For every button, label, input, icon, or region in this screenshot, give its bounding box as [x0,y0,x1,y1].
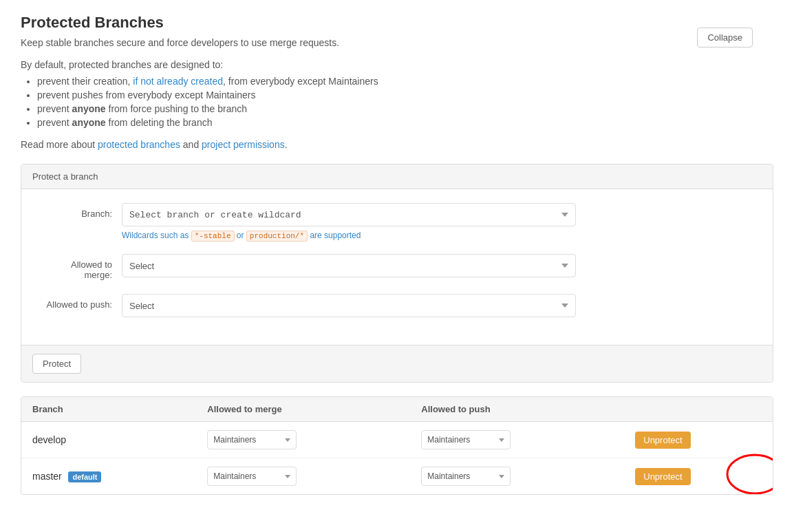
col-header-push: Allowed to push [410,397,624,422]
push-select-develop[interactable]: Maintainers [421,430,511,449]
wildcard-hint: Wildcards such as *-stable or production… [122,231,762,240]
wildcard-suffix: are supported [308,231,361,240]
if-not-created-link[interactable]: if not already created [133,76,223,87]
merge-label: Allowed tomerge: [32,254,122,280]
branches-table: Branch Allowed to merge Allowed to push … [21,397,773,494]
wildcard-code2: production/* [246,231,308,242]
panel-body: Branch: Select branch or create wildcard… [21,189,773,345]
push-form-group: Allowed to push: Select [32,294,762,317]
svg-point-0 [727,455,773,493]
merge-select[interactable]: Select [122,254,576,277]
bullet-item-2: prevent pushes from everybody except Mai… [37,89,773,100]
branch-cell-master: master default [21,458,196,495]
col-header-actions [624,397,773,422]
merge-form-group: Allowed tomerge: Select [32,254,762,280]
branch-cell-develop: develop [21,422,196,458]
merge-control-wrap: Select [122,254,762,277]
table-body: develop Maintainers Maintainers Unprotec… [21,422,773,495]
branch-label: Branch: [32,203,122,219]
bullet-item-1: prevent their creation, if not already c… [37,76,773,87]
project-permissions-link[interactable]: project permissions [202,139,285,150]
col-header-merge: Allowed to merge [196,397,410,422]
unprotect-button-master[interactable]: Unprotect [635,468,690,485]
protect-button[interactable]: Protect [32,354,81,374]
default-badge: default [68,471,101,482]
branch-form-group: Branch: Select branch or create wildcard… [32,203,762,240]
bullet-item-3: prevent anyone from force pushing to the… [37,103,773,114]
wildcard-code1: *-stable [191,231,235,242]
merge-select-master[interactable]: Maintainers [207,467,297,486]
push-control-wrap: Select [122,294,762,317]
read-more-text: Read more about protected branches and p… [21,139,773,150]
col-header-branch: Branch [21,397,196,422]
action-cell-master: Unprotect [624,458,773,495]
protect-branch-panel: Protect a branch Branch: Select branch o… [21,164,773,383]
bullet-item-4: prevent anyone from deleting the branch [37,117,773,128]
page-title: Protected Branches [21,14,773,32]
table-header-row: Branch Allowed to merge Allowed to push [21,397,773,422]
table-head: Branch Allowed to merge Allowed to push [21,397,773,422]
unprotect-button-develop[interactable]: Unprotect [635,432,690,449]
table-row: master default Maintainers Maintainers U… [21,458,773,495]
bullet-list: prevent their creation, if not already c… [37,76,773,128]
push-cell-develop: Maintainers [410,422,624,458]
push-label: Allowed to push: [32,294,122,310]
branch-control-wrap: Select branch or create wildcard Wildcar… [122,203,762,240]
panel-footer: Protect [21,345,773,382]
description-text: By default, protected branches are desig… [21,59,773,70]
protected-branches-link[interactable]: protected branches [98,139,180,150]
merge-cell-master: Maintainers [196,458,410,495]
collapse-button[interactable]: Collapse [697,28,753,47]
circle-annotation [725,451,773,495]
branches-table-panel: Branch Allowed to merge Allowed to push … [21,396,773,495]
merge-cell-develop: Maintainers [196,422,410,458]
panel-title: Protect a branch [32,171,98,182]
action-cell-develop: Unprotect [624,422,773,458]
wildcard-or: or [235,231,246,240]
push-cell-master: Maintainers [410,458,624,495]
branch-name-master: master [32,471,62,482]
subtitle-text: Keep stable branches secure and force de… [21,37,773,48]
merge-select-develop[interactable]: Maintainers [207,430,297,449]
push-select[interactable]: Select [122,294,576,317]
branch-select[interactable]: Select branch or create wildcard [122,203,576,226]
wildcard-prefix: Wildcards such as [122,231,191,240]
table-row: develop Maintainers Maintainers Unprotec… [21,422,773,458]
push-select-master[interactable]: Maintainers [421,467,511,486]
branch-name-develop: develop [32,434,66,445]
panel-header: Protect a branch [21,164,773,189]
